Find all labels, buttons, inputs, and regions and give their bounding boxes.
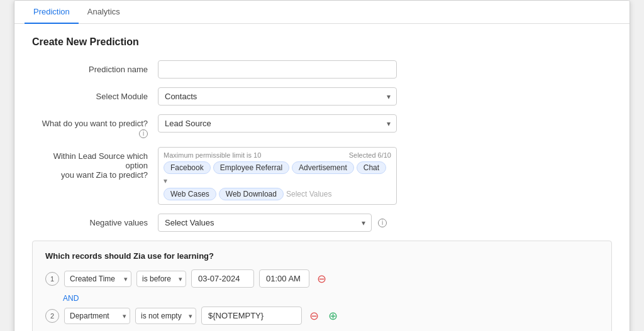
page-title: Create New Prediction	[32, 36, 612, 48]
select-module-wrapper: Contacts Leads Deals	[158, 87, 397, 106]
negative-select-wrapper: Select Values	[158, 214, 372, 232]
filter2-field-select[interactable]: Department Created Time	[64, 308, 130, 324]
filter2-add-button[interactable]: ⊕	[326, 309, 340, 323]
filter1-time-input[interactable]	[259, 269, 309, 288]
predict-field-wrap: Lead Source Lead Status Lead Owner	[158, 114, 397, 133]
tab-prediction[interactable]: Prediction	[25, 1, 79, 24]
tags-max-info: Maximum permissible limit is 10	[164, 151, 261, 159]
predict-row: What do you want to predict? i Lead Sour…	[32, 114, 612, 138]
tag-web-cases[interactable]: Web Cases	[164, 188, 216, 200]
tags-row-2: Web Cases Web Download Select Values	[164, 188, 391, 200]
tag-select-values[interactable]: Select Values	[286, 190, 332, 198]
minus-icon-2: ⊖	[309, 309, 319, 323]
records-title: Which records should Zia use for learnin…	[45, 251, 599, 261]
tag-chat[interactable]: Chat	[357, 161, 386, 174]
and-label: AND	[63, 294, 599, 303]
filter1-date-input[interactable]	[191, 269, 254, 288]
tags-container[interactable]: Maximum permissible limit is 10 Selected…	[158, 147, 397, 205]
tab-analytics[interactable]: Analytics	[79, 1, 129, 24]
filter-num-1: 1	[45, 272, 59, 286]
select-module-label: Select Module	[32, 87, 158, 101]
predict-label: What do you want to predict? i	[32, 114, 158, 138]
filter2-remove-button[interactable]: ⊖	[307, 309, 321, 323]
tags-selected-info: Selected 6/10	[349, 151, 391, 159]
within-lead-source-row: Within Lead Source which option you want…	[32, 147, 612, 205]
within-label: Within Lead Source which option you want…	[32, 147, 158, 180]
filter1-remove-button[interactable]: ⊖	[314, 272, 328, 286]
predict-select[interactable]: Lead Source Lead Status Lead Owner	[158, 114, 397, 133]
filter1-operator-wrap: is before is after is on	[136, 271, 186, 287]
negative-field-wrap: Select Values i	[158, 214, 397, 232]
filter2-field-wrap: Department Created Time	[64, 308, 130, 324]
filter2-value-input[interactable]	[201, 307, 302, 325]
records-box: Which records should Zia use for learnin…	[32, 241, 612, 331]
filter2-operator-wrap: is not empty is empty equals	[135, 308, 196, 324]
filter-row-1: 1 Created Time Modified Time is before i…	[45, 269, 599, 288]
negative-label: Negative values	[32, 214, 158, 227]
tab-bar: Prediction Analytics	[14, 1, 630, 24]
tags-dropdown-toggle[interactable]: ▾	[164, 176, 167, 185]
filter1-field-select[interactable]: Created Time Modified Time	[64, 271, 131, 287]
filter1-field-wrap: Created Time Modified Time	[64, 271, 131, 287]
prediction-name-input[interactable]: Demo by Saket	[158, 60, 397, 79]
minus-icon-1: ⊖	[317, 272, 326, 286]
filter-num-2: 2	[45, 309, 59, 323]
plus-icon: ⊕	[328, 309, 338, 323]
main-content: Create New Prediction Prediction name De…	[14, 24, 630, 331]
prediction-name-row: Prediction name Demo by Saket	[32, 60, 612, 79]
negative-info-icon[interactable]: i	[378, 219, 387, 227]
predict-info-icon[interactable]: i	[139, 129, 148, 138]
prediction-name-field-wrap: Demo by Saket	[158, 60, 397, 79]
tag-advertisement[interactable]: Advertisement	[292, 161, 354, 174]
negative-values-row: Negative values Select Values i	[32, 214, 612, 232]
main-window: Prediction Analytics Create New Predicti…	[14, 0, 630, 331]
tag-facebook[interactable]: Facebook	[164, 161, 211, 174]
prediction-name-label: Prediction name	[32, 60, 158, 74]
filter1-operator-select[interactable]: is before is after is on	[136, 271, 186, 287]
predict-wrapper: Lead Source Lead Status Lead Owner	[158, 114, 397, 133]
tag-web-download[interactable]: Web Download	[219, 188, 284, 200]
filter-row-2: 2 Department Created Time is not empty i…	[45, 307, 599, 325]
select-module-select[interactable]: Contacts Leads Deals	[158, 87, 397, 106]
tag-employee-referral[interactable]: Employee Referral	[213, 161, 289, 174]
select-module-row: Select Module Contacts Leads Deals	[32, 87, 612, 106]
tags-info: Maximum permissible limit is 10 Selected…	[164, 151, 391, 159]
filter2-operator-select[interactable]: is not empty is empty equals	[135, 308, 196, 324]
select-module-field-wrap: Contacts Leads Deals	[158, 87, 397, 106]
negative-select[interactable]: Select Values	[158, 214, 372, 232]
tags-row: Facebook Employee Referral Advertisement…	[164, 161, 391, 185]
